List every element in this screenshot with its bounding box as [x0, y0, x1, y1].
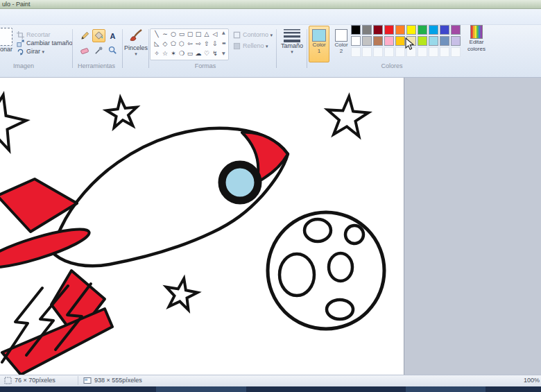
palette-swatch[interactable] [451, 36, 461, 46]
resize-button[interactable]: Cambiar tamaño [26, 40, 73, 46]
fill-bucket-tool[interactable] [92, 29, 105, 42]
rotate-icon [17, 48, 24, 56]
shape-cell[interactable]: ⬡ [178, 40, 186, 49]
magnifier-tool[interactable] [106, 44, 119, 57]
color2-label: Color [334, 42, 347, 48]
palette-swatch[interactable] [384, 25, 394, 35]
group-label-formas: Formas [184, 62, 226, 69]
palette-swatch[interactable] [451, 25, 461, 35]
select-tool-button[interactable] [0, 28, 12, 46]
star [107, 98, 137, 128]
palette-empty-well [418, 47, 427, 57]
color1-swatch [312, 29, 326, 42]
palette-empty-well [351, 47, 361, 57]
outline-icon [233, 31, 241, 39]
mouse-cursor [405, 37, 415, 51]
palette-swatch[interactable] [362, 36, 372, 46]
shapes-row: ╲∼○▭▢□△◁ [153, 30, 219, 39]
palette-swatch[interactable] [373, 36, 383, 46]
shape-cell[interactable]: ◺ [153, 40, 161, 49]
shape-cell[interactable]: ◇ [161, 40, 169, 49]
crop-icon [17, 31, 24, 39]
shape-cell[interactable]: ⇦ [186, 40, 194, 49]
shapes-scroll-mid-icon[interactable]: ▬ [222, 40, 226, 45]
shape-cell[interactable]: ⇧ [203, 40, 211, 49]
shape-cell[interactable]: □ [194, 30, 203, 39]
palette-swatch[interactable] [418, 25, 427, 35]
color1-button[interactable]: Color 1 [309, 26, 329, 62]
shape-cell[interactable]: ❍ [178, 49, 186, 58]
magnifier-icon [108, 45, 118, 56]
pencil-tool[interactable] [78, 29, 92, 42]
shape-cell[interactable]: ◁ [211, 30, 219, 39]
palette-swatch[interactable] [440, 25, 449, 35]
palette-swatch[interactable] [351, 36, 361, 46]
shape-cell[interactable]: △ [203, 30, 211, 39]
color-picker-tool[interactable] [92, 44, 105, 57]
shape-cell[interactable]: ↯ [211, 49, 219, 58]
shapes-scroll-down-icon[interactable]: ▼ [222, 51, 225, 56]
text-tool[interactable]: A [106, 29, 119, 42]
pencil-icon [80, 31, 90, 41]
shape-cell[interactable]: ☆ [161, 49, 169, 58]
shape-cell[interactable]: ☁ [194, 49, 203, 58]
resize-icon [17, 40, 24, 47]
edit-colors-button[interactable]: Editar colores [463, 25, 490, 61]
status-bar [0, 375, 541, 386]
rocket-drawing [0, 78, 404, 375]
crop-button[interactable]: Recortar [26, 31, 51, 38]
palette-swatch[interactable] [362, 25, 372, 35]
shape-cell[interactable]: ▭ [186, 49, 194, 58]
outline-button[interactable]: Contorno ▾ [243, 31, 273, 38]
palette-swatch[interactable] [429, 25, 438, 35]
palette-swatch[interactable] [406, 25, 416, 35]
shape-cell[interactable]: ⇨ [194, 40, 203, 49]
window-title: ulo - Paint [2, 1, 31, 8]
color2-button[interactable]: Color 2 [332, 26, 351, 62]
size-label: Tamaño [281, 42, 303, 49]
palette-swatch[interactable] [418, 36, 427, 46]
fill-bucket-icon [94, 31, 104, 41]
palette-swatch[interactable] [373, 25, 383, 35]
palette-swatch[interactable] [395, 25, 405, 35]
shape-cell[interactable]: ▢ [186, 30, 194, 39]
moon-crater [327, 300, 353, 319]
shape-cell[interactable]: ♡ [203, 49, 211, 58]
eraser-tool[interactable] [78, 44, 92, 57]
taskbar-strip-item [406, 386, 486, 392]
palette-swatch[interactable] [395, 36, 405, 46]
group-divider [122, 29, 123, 68]
taskbar-strip-item [156, 386, 246, 392]
palette-swatch[interactable] [384, 36, 394, 46]
status-zoom-level: 100% [524, 377, 540, 384]
shape-cell[interactable]: ✧ [153, 49, 161, 58]
palette-empty-well [429, 47, 438, 57]
color1-number: 1 [318, 48, 320, 54]
paint-canvas[interactable] [0, 78, 404, 375]
palette-empty-well [451, 47, 461, 57]
color2-number: 2 [340, 48, 343, 54]
palette-empty-well [362, 47, 372, 57]
rotate-button[interactable]: Girar ▾ [26, 48, 44, 55]
shape-cell[interactable]: ○ [169, 30, 178, 39]
shape-cell[interactable]: ▭ [178, 30, 186, 39]
brushes-button[interactable]: Pinceles ▾ [123, 28, 148, 62]
select-tool-label[interactable]: onar [0, 46, 12, 53]
group-label-colores: Colores [368, 62, 416, 69]
shape-cell[interactable]: ⇩ [211, 40, 219, 49]
edit-colors-line2: colores [467, 46, 486, 53]
palette-swatch[interactable] [440, 36, 449, 46]
star [327, 96, 368, 136]
group-divider [276, 29, 277, 68]
size-button[interactable]: Tamaño ▾ [277, 28, 307, 63]
shape-cell[interactable]: ✶ [169, 49, 178, 58]
palette-swatch[interactable] [429, 36, 438, 46]
shapes-scroll-up-icon[interactable]: ▲ [222, 30, 225, 35]
moon-crater [280, 254, 314, 296]
palette-swatch[interactable] [351, 25, 361, 35]
rocket-porthole [222, 164, 258, 201]
shape-cell[interactable]: ╲ [153, 30, 161, 39]
shape-cell[interactable]: ⬠ [169, 40, 178, 49]
shape-fill-button[interactable]: Relleno ▾ [243, 42, 268, 49]
shape-cell[interactable]: ∼ [161, 30, 169, 39]
